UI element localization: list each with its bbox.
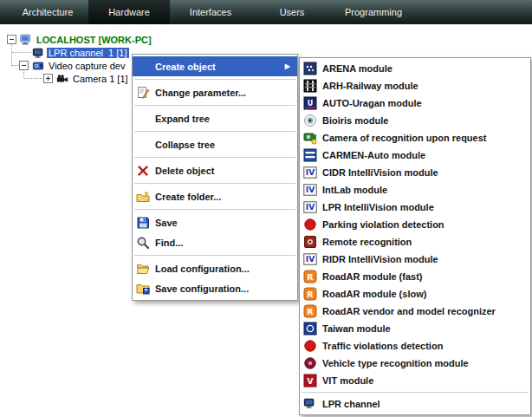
menu-item-label: Expand tree bbox=[155, 114, 292, 124]
camera-request-icon bbox=[303, 131, 317, 145]
tree-item-label[interactable]: LOCALHOST [WORK-PC] bbox=[35, 35, 153, 45]
menu-item-carmen-auto-module[interactable]: CARMEN-Auto module bbox=[300, 147, 530, 164]
menu-item-label: RoadAR vendor and model recognizer bbox=[322, 306, 525, 316]
menu-item-collapse-tree[interactable]: Collapse tree bbox=[133, 134, 297, 154]
menu-item-label: Change parameter... bbox=[155, 88, 292, 98]
svg-text:U: U bbox=[308, 100, 314, 108]
menu-item-find[interactable]: Find... bbox=[133, 232, 297, 252]
bioiris-icon bbox=[303, 114, 317, 127]
menu-item-roadar-module-slow[interactable]: RRoadAR module (slow) bbox=[300, 285, 530, 303]
menu-item-delete-object[interactable]: Delete object bbox=[133, 160, 297, 180]
tab-users[interactable]: Users bbox=[251, 0, 333, 24]
maroon-dot-icon bbox=[303, 356, 317, 370]
computer-icon bbox=[20, 34, 32, 46]
menu-item-roadar-vendor-and-model-recognizer[interactable]: RRoadAR vendor and model recognizer bbox=[300, 303, 530, 320]
red-dot-icon bbox=[303, 218, 317, 231]
menu-item-cidr-intellivision-module[interactable]: IVCIDR IntelliVision module bbox=[300, 164, 530, 181]
menu-item-remote-recognition[interactable]: Remote recognition bbox=[300, 233, 530, 251]
intellivision-icon: IV bbox=[303, 166, 317, 179]
tree-item-label[interactable]: LPR channel 1 [1] bbox=[47, 48, 129, 58]
svg-text:V: V bbox=[308, 377, 314, 386]
menu-item-load-configuration[interactable]: Load configuration... bbox=[133, 258, 297, 278]
menu-item-label: Find... bbox=[155, 238, 292, 248]
menu-item-label: RIDR IntelliVision module bbox=[322, 254, 525, 264]
submenu-arrow-icon: ▶ bbox=[285, 62, 292, 70]
tree-item-camera-1-1[interactable]: Camera 1 [1] bbox=[43, 72, 130, 85]
menu-item-intlab-module[interactable]: IVIntLab module bbox=[300, 181, 530, 199]
intellivision-icon: IV bbox=[303, 200, 317, 214]
tab-hardware[interactable]: Hardware bbox=[88, 0, 170, 24]
icon-placeholder bbox=[136, 138, 150, 152]
collapse-toggle-icon[interactable] bbox=[19, 61, 29, 70]
delete-object-icon bbox=[136, 164, 150, 178]
menu-separator bbox=[134, 183, 295, 184]
tree-item-lpr-channel-1-1[interactable]: LPR channel 1 [1] bbox=[19, 46, 129, 59]
menu-item-label: LPR channel bbox=[322, 399, 525, 409]
menu-item-label: Remote recognition bbox=[322, 237, 525, 247]
menu-item-change-parameter[interactable]: Change parameter... bbox=[133, 82, 297, 102]
create-object-submenu: ARENA moduleARH-Railway moduleUAUTO-Urag… bbox=[299, 57, 531, 415]
menu-item-lpr-channel[interactable]: LPR channel bbox=[300, 395, 530, 413]
menu-item-create-folder[interactable]: Create folder... bbox=[133, 186, 297, 206]
tree-item-label[interactable]: Camera 1 [1] bbox=[71, 74, 130, 84]
menu-item-label: Camera of recognition upon request bbox=[322, 133, 525, 143]
menu-item-traffic-violations-detection[interactable]: Traffic violations detection bbox=[300, 337, 530, 355]
menu-separator bbox=[134, 105, 295, 106]
menu-item-save-configuration[interactable]: Save configuration... bbox=[133, 278, 297, 298]
tree-item-localhost-work-pc[interactable]: LOCALHOST [WORK-PC] bbox=[7, 33, 153, 46]
menu-item-taiwan-module[interactable]: Taiwan module bbox=[300, 320, 530, 337]
top-menubar: ArchitectureHardwareInterfacesUsersProgr… bbox=[0, 0, 532, 24]
tree-item-video-capture-dev[interactable]: Video capture dev bbox=[19, 59, 127, 72]
menu-item-label: ARENA module bbox=[322, 63, 525, 74]
app-window: ArchitectureHardwareInterfacesUsersProgr… bbox=[0, 0, 532, 417]
video-capture-icon bbox=[32, 60, 44, 72]
menu-item-label: Collapse tree bbox=[155, 140, 292, 150]
menu-item-label: Load configuration... bbox=[155, 264, 292, 274]
tab-architecture[interactable]: Architecture bbox=[7, 0, 88, 24]
menu-item-label: Traffic violations detection bbox=[322, 341, 525, 351]
tab-interfaces[interactable]: Interfaces bbox=[170, 0, 251, 24]
lpr-device-icon bbox=[32, 47, 44, 59]
menu-item-roadar-module-fast[interactable]: RRoadAR module (fast) bbox=[300, 268, 530, 285]
svg-text:IV: IV bbox=[306, 203, 315, 212]
roadar-icon: R bbox=[303, 287, 317, 301]
menu-item-vehicle-type-recognition-module[interactable]: Vehicle type recognition module bbox=[300, 355, 530, 372]
svg-text:R: R bbox=[307, 272, 314, 282]
menu-item-ridr-intellivision-module[interactable]: IVRIDR IntelliVision module bbox=[300, 251, 530, 268]
menu-item-bioiris-module[interactable]: Bioiris module bbox=[300, 112, 530, 129]
tab-programming[interactable]: Programming bbox=[333, 0, 414, 24]
menu-item-camera-of-recognition-upon-request[interactable]: Camera of recognition upon request bbox=[300, 129, 530, 147]
menu-item-label: Save bbox=[155, 218, 292, 228]
menu-item-label: Bioiris module bbox=[322, 115, 525, 126]
svg-text:R: R bbox=[307, 307, 314, 316]
menu-item-label: CIDR IntelliVision module bbox=[322, 167, 525, 178]
menu-item-label: Create object bbox=[155, 62, 280, 72]
menu-item-expand-tree[interactable]: Expand tree bbox=[133, 108, 297, 128]
menu-item-auto-uragan-module[interactable]: UAUTO-Uragan module bbox=[300, 94, 530, 112]
menu-item-vit-module[interactable]: VVIT module bbox=[300, 372, 530, 389]
menu-item-label: CARMEN-Auto module bbox=[322, 150, 525, 160]
menu-item-label: Delete object bbox=[155, 166, 292, 176]
remote-icon bbox=[303, 235, 317, 249]
menu-item-lpr-intellivision-module[interactable]: IVLPR IntelliVision module bbox=[300, 199, 530, 216]
expand-toggle-icon[interactable] bbox=[43, 74, 53, 83]
menu-item-label: LPR IntelliVision module bbox=[322, 202, 525, 212]
menu-item-parking-violation-detection[interactable]: Parking violation detection bbox=[300, 216, 530, 233]
menu-item-label: RoadAR module (slow) bbox=[322, 289, 525, 299]
menu-item-arena-module[interactable]: ARENA module bbox=[300, 60, 530, 77]
menu-separator bbox=[134, 209, 295, 210]
collapse-toggle-icon[interactable] bbox=[7, 35, 16, 44]
menu-item-label: VIT module bbox=[322, 375, 525, 386]
railway-icon bbox=[303, 79, 317, 93]
change-parameter-icon bbox=[136, 86, 150, 100]
roadar-icon: R bbox=[303, 270, 317, 283]
intellivision-icon: IV bbox=[303, 183, 317, 197]
menu-item-arh-railway-module[interactable]: ARH-Railway module bbox=[300, 77, 530, 94]
menu-item-label: Taiwan module bbox=[322, 323, 525, 334]
arena-icon bbox=[303, 62, 317, 75]
tree-item-label[interactable]: Video capture dev bbox=[47, 61, 127, 71]
menu-item-save[interactable]: Save bbox=[133, 212, 297, 232]
vit-icon: V bbox=[303, 374, 317, 388]
menu-item-create-object[interactable]: Create object▶ bbox=[133, 56, 297, 76]
svg-text:IV: IV bbox=[306, 186, 315, 194]
